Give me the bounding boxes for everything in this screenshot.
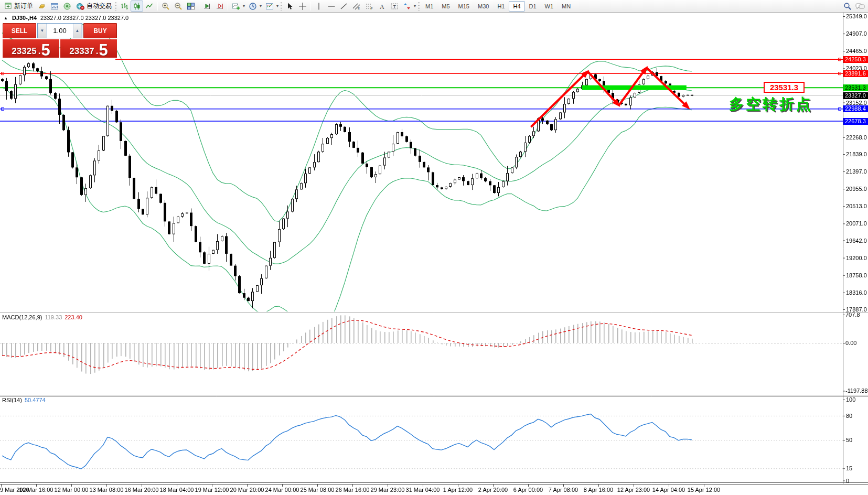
rsi-axis-tick: 15 bbox=[846, 465, 852, 471]
new-order-icon bbox=[4, 2, 12, 10]
timeframe-group: M1M5M15M30H1H4D1W1MN bbox=[421, 1, 575, 12]
price-line-label: 23327.0 bbox=[843, 92, 868, 99]
sound-alert-button[interactable] bbox=[61, 1, 73, 12]
price-axis-tick: 23152.0 bbox=[846, 100, 867, 106]
price-line-label: 22988.4 bbox=[843, 105, 868, 112]
arrows-dropdown[interactable]: ▾ bbox=[412, 4, 417, 8]
bar-chart-button[interactable] bbox=[118, 1, 131, 12]
volume-decrease-button[interactable]: ▼ bbox=[38, 24, 47, 38]
auto-trading-label: 自动交易 bbox=[87, 2, 112, 10]
fibonacci-icon: F bbox=[365, 2, 373, 10]
crosshair-tool-button[interactable] bbox=[296, 1, 309, 12]
timeframe-H1[interactable]: H1 bbox=[493, 1, 509, 12]
volume-value[interactable]: 1.00 bbox=[47, 24, 73, 38]
periods-dropdown[interactable]: ▾ bbox=[258, 4, 263, 8]
time-axis-label: 15 Apr 12:00 bbox=[680, 487, 727, 493]
rsi-axis-tick: 80 bbox=[846, 413, 852, 419]
timeframe-D1[interactable]: D1 bbox=[525, 1, 541, 12]
auto-scroll-button[interactable] bbox=[201, 1, 213, 12]
crosshair-icon bbox=[298, 2, 307, 10]
timeframe-M5[interactable]: M5 bbox=[437, 1, 454, 12]
volume-stepper: ▼ 1.00 ▲ bbox=[37, 23, 82, 38]
new-order-label: 新订单 bbox=[14, 2, 33, 10]
rsi-axis-tick: 0 bbox=[846, 478, 849, 484]
volume-increase-button[interactable]: ▲ bbox=[73, 24, 82, 38]
zoom-in-button[interactable] bbox=[159, 1, 172, 12]
chat-icon bbox=[855, 2, 865, 10]
new-order-button[interactable]: 新订单 bbox=[2, 1, 36, 12]
svg-text:A: A bbox=[380, 3, 384, 10]
text-tool-button[interactable]: A bbox=[376, 1, 388, 12]
indicators-button[interactable] bbox=[230, 1, 242, 12]
svg-text:T: T bbox=[393, 4, 397, 9]
sell-button[interactable]: SELL bbox=[3, 23, 36, 38]
templates-icon bbox=[265, 2, 274, 10]
timeframe-MN[interactable]: MN bbox=[558, 1, 575, 12]
price-line-label: 22678.3 bbox=[843, 118, 868, 125]
price-line-label: 24250.3 bbox=[843, 56, 868, 63]
market-watch-button[interactable] bbox=[36, 1, 48, 12]
price-axis-tick: 18316.0 bbox=[846, 289, 867, 296]
price-axis-tick: 21839.0 bbox=[846, 151, 867, 157]
toolbar-separator bbox=[199, 2, 199, 10]
macd-signal-value: 223.40 bbox=[65, 314, 82, 320]
collapse-panel-arrow[interactable]: ▲ bbox=[4, 16, 8, 20]
rsi-indicator-label: RSI(14) 50.4774 bbox=[2, 397, 46, 403]
search-button[interactable] bbox=[841, 1, 854, 12]
arrows-tool-button[interactable] bbox=[401, 1, 413, 12]
price-axis-tick: 20071.0 bbox=[846, 220, 867, 227]
price-axis-tick: 22268.0 bbox=[846, 134, 867, 141]
timeframe-H4[interactable]: H4 bbox=[509, 1, 524, 12]
templates-button[interactable] bbox=[263, 1, 276, 12]
macd-axis-tick: 0.00 bbox=[845, 340, 856, 346]
templates-dropdown[interactable]: ▾ bbox=[275, 4, 280, 8]
fibonacci-tool-button[interactable]: F bbox=[363, 1, 376, 12]
periods-button[interactable] bbox=[247, 1, 259, 12]
rsi-axis-tick: 50 bbox=[846, 437, 852, 443]
text-icon: A bbox=[378, 2, 386, 10]
chart-ohlc-values: 23327.0 23327.0 23327.0 23327.0 bbox=[40, 15, 128, 21]
indicators-dropdown[interactable]: ▾ bbox=[241, 4, 247, 8]
vertical-line-icon bbox=[315, 2, 323, 10]
price-line-label: 23531.3 bbox=[843, 84, 868, 91]
auto-trading-button[interactable]: 自动交易 bbox=[73, 1, 114, 12]
buy-price-display[interactable]: 23337.5 bbox=[60, 39, 117, 58]
trading-terminal-window: 新订单 自动交易 bbox=[0, 0, 868, 495]
horizontal-line-tool-button[interactable] bbox=[325, 1, 338, 12]
chart-canvas[interactable] bbox=[0, 0, 868, 495]
buy-price-int: 23337 bbox=[69, 47, 94, 56]
text-label-tool-button[interactable]: T bbox=[388, 1, 401, 12]
macd-main-value: 119.33 bbox=[45, 314, 62, 320]
channel-tool-button[interactable]: E bbox=[350, 1, 363, 12]
pivot-annotation-text[interactable]: 多空转折点 bbox=[729, 94, 813, 114]
cursor-tool-button[interactable] bbox=[284, 1, 296, 12]
timeframe-M15[interactable]: M15 bbox=[454, 1, 474, 12]
zoom-out-button[interactable] bbox=[172, 1, 185, 12]
chart-symbol-period: DJ30-,H4 bbox=[12, 15, 37, 21]
tile-windows-button[interactable] bbox=[185, 1, 197, 12]
sell-price-display[interactable]: 23325.5 bbox=[3, 39, 59, 58]
price-axis-tick: 21397.0 bbox=[846, 168, 867, 175]
line-chart-button[interactable] bbox=[143, 1, 156, 12]
buy-button[interactable]: BUY bbox=[83, 23, 117, 38]
price-axis-tick: 24907.0 bbox=[846, 30, 867, 37]
price-axis-tick: 19642.0 bbox=[846, 238, 867, 244]
timeframe-W1[interactable]: W1 bbox=[541, 1, 558, 12]
candlestick-chart-button[interactable] bbox=[131, 1, 143, 12]
trendline-tool-button[interactable] bbox=[338, 1, 350, 12]
buy-price-dec: 5 bbox=[99, 44, 108, 57]
line-chart-icon bbox=[145, 2, 154, 10]
cursor-icon bbox=[286, 2, 294, 10]
macd-axis-tick: 707.8 bbox=[845, 311, 860, 318]
svg-text:E: E bbox=[358, 7, 360, 10]
price-axis-tick: 18758.0 bbox=[846, 272, 867, 278]
rsi-value: 50.4774 bbox=[25, 397, 46, 403]
chat-button[interactable] bbox=[854, 1, 866, 12]
pivot-price-label[interactable]: 23531.3 bbox=[764, 82, 805, 93]
timeframe-M30[interactable]: M30 bbox=[474, 1, 493, 12]
new-chart-button[interactable] bbox=[48, 1, 61, 12]
vertical-line-tool-button[interactable] bbox=[313, 1, 325, 12]
chart-shift-button[interactable] bbox=[213, 1, 226, 12]
svg-text:F: F bbox=[371, 6, 373, 10]
timeframe-M1[interactable]: M1 bbox=[421, 1, 437, 12]
